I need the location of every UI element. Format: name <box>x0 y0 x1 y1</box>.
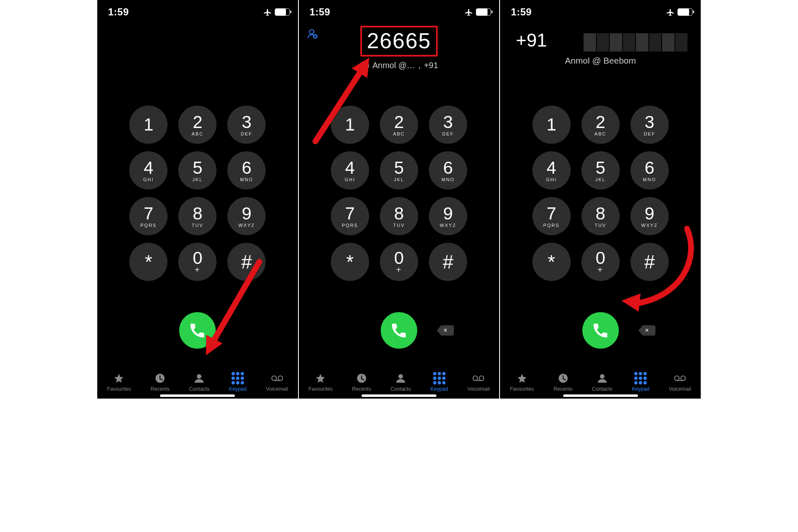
keypad-key-6[interactable]: 6MNO <box>227 151 266 190</box>
backspace-button[interactable]: × <box>638 324 655 337</box>
keypad-letters: DEF <box>442 131 454 136</box>
keypad-letters: WXYZ <box>641 223 658 228</box>
home-indicator[interactable] <box>563 394 638 397</box>
tab-bar: FavouritesRecentsContactsKeypadVoicemail <box>500 354 701 399</box>
clock-icon <box>154 373 166 384</box>
keypad-digit: 5 <box>596 159 605 177</box>
keypad-key-9[interactable]: 9WXYZ <box>227 197 266 235</box>
tab-favourites[interactable]: Favourites <box>107 372 131 392</box>
status-time: 1:59 <box>108 6 129 18</box>
tab-contacts[interactable]: Contacts <box>592 372 612 392</box>
keypad-key-2[interactable]: 2ABC <box>178 106 217 144</box>
suggestion-name: Anmol @… <box>372 61 415 70</box>
keypad-key-7[interactable]: 7PQRS <box>331 197 369 235</box>
keypad-key-7[interactable]: 7PQRS <box>129 197 167 235</box>
keypad-key-3[interactable]: 3DEF <box>631 106 669 144</box>
keypad-letters: TUV <box>192 223 203 228</box>
airplane-mode-icon <box>464 7 473 17</box>
keypad-digit: 8 <box>193 205 202 222</box>
keypad-key-6[interactable]: 6MNO <box>631 151 669 190</box>
keypad-key-*[interactable]: * <box>129 243 167 281</box>
airplane-mode-icon <box>263 7 272 17</box>
phone-screen-2: 1:5926665Anmol @…,+9112ABC3DEF4GHI5JKL6M… <box>299 0 500 399</box>
keypad-key-5[interactable]: 5JKL <box>581 151 620 190</box>
person-icon <box>360 61 369 70</box>
tab-keypad[interactable]: Keypad <box>229 372 246 392</box>
keypad-key-7[interactable]: 7PQRS <box>532 197 571 235</box>
keypad-key-1[interactable]: 1 <box>331 106 369 144</box>
keypad-key-2[interactable]: 2ABC <box>581 106 620 144</box>
keypad-key-0[interactable]: 0+ <box>178 243 217 281</box>
voicemail-icon <box>674 373 686 384</box>
keypad-key-#[interactable]: # <box>227 243 266 281</box>
contact-suggestion[interactable]: Anmol @…,+91 <box>360 61 438 70</box>
dialed-number-prefix: +91 <box>516 30 547 51</box>
keypad-key-2[interactable]: 2ABC <box>380 106 418 144</box>
keypad-key-5[interactable]: 5JKL <box>380 151 418 190</box>
home-indicator[interactable] <box>362 394 436 397</box>
dial-display: +91Anmol @ Beebom <box>500 26 701 80</box>
keypad-key-*[interactable]: * <box>331 243 369 281</box>
keypad-digit: * <box>346 252 354 271</box>
person-icon <box>193 373 205 384</box>
tab-favourites[interactable]: Favourites <box>510 372 534 392</box>
keypad-key-*[interactable]: * <box>532 243 571 281</box>
keypad-digit: 4 <box>345 159 355 177</box>
keypad-key-1[interactable]: 1 <box>129 106 167 144</box>
keypad-key-8[interactable]: 8TUV <box>581 197 620 235</box>
redacted-number <box>584 33 687 52</box>
keypad-letters: + <box>598 265 603 275</box>
keypad-key-3[interactable]: 3DEF <box>429 106 467 144</box>
backspace-button[interactable]: × <box>436 324 454 337</box>
star-icon <box>516 373 528 384</box>
tab-voicemail[interactable]: Voicemail <box>468 372 490 392</box>
keypad-digit: 1 <box>144 116 153 133</box>
keypad-digit: # <box>443 252 453 271</box>
keypad-digit: 4 <box>144 159 153 177</box>
tab-recents[interactable]: Recents <box>554 372 573 392</box>
keypad-key-4[interactable]: 4GHI <box>129 151 167 190</box>
keypad-key-1[interactable]: 1 <box>532 106 571 144</box>
tab-recents[interactable]: Recents <box>150 372 170 392</box>
tab-favourites[interactable]: Favourites <box>308 372 332 392</box>
keypad-key-0[interactable]: 0+ <box>380 243 418 281</box>
caller-name: Anmol @ Beebom <box>565 56 636 66</box>
tab-keypad[interactable]: Keypad <box>430 372 448 392</box>
call-button[interactable] <box>582 312 619 349</box>
keypad-digit: 0 <box>596 249 605 267</box>
keypad-key-#[interactable]: # <box>631 243 669 281</box>
tab-voicemail[interactable]: Voicemail <box>669 372 691 392</box>
keypad-key-0[interactable]: 0+ <box>581 243 620 281</box>
keypad-digit: # <box>241 252 252 271</box>
tab-contacts[interactable]: Contacts <box>390 372 411 392</box>
battery-icon <box>476 8 491 16</box>
keypad-key-4[interactable]: 4GHI <box>331 151 369 190</box>
tab-contacts[interactable]: Contacts <box>189 372 209 392</box>
call-button[interactable] <box>179 312 216 349</box>
keypad-key-3[interactable]: 3DEF <box>227 106 266 144</box>
keypad-key-6[interactable]: 6MNO <box>429 151 467 190</box>
tab-label: Keypad <box>229 386 246 392</box>
keypad-letters: GHI <box>143 177 154 182</box>
svg-marker-2 <box>621 292 640 312</box>
keypad-key-9[interactable]: 9WXYZ <box>429 197 467 235</box>
keypad-key-5[interactable]: 5JKL <box>178 151 217 190</box>
keypad-key-9[interactable]: 9WXYZ <box>631 197 669 235</box>
keypad-letters: PQRS <box>342 223 358 228</box>
status-bar: 1:59 <box>299 0 500 19</box>
keypad-letters: ABC <box>192 131 204 136</box>
keypad-letters: MNO <box>643 177 656 182</box>
keypad-key-8[interactable]: 8TUV <box>178 197 217 235</box>
tab-keypad[interactable]: Keypad <box>632 372 649 392</box>
home-indicator[interactable] <box>160 394 235 397</box>
tab-voicemail[interactable]: Voicemail <box>266 372 288 392</box>
keypad-digit: * <box>145 252 152 271</box>
keypad-key-#[interactable]: # <box>429 243 467 281</box>
tab-recents[interactable]: Recents <box>352 372 371 392</box>
keypad-key-8[interactable]: 8TUV <box>380 197 418 235</box>
call-button[interactable] <box>381 312 417 349</box>
tab-label: Recents <box>352 386 371 392</box>
tab-bar: FavouritesRecentsContactsKeypadVoicemail <box>299 354 500 399</box>
add-contact-button[interactable] <box>307 28 318 40</box>
keypad-key-4[interactable]: 4GHI <box>532 151 571 190</box>
